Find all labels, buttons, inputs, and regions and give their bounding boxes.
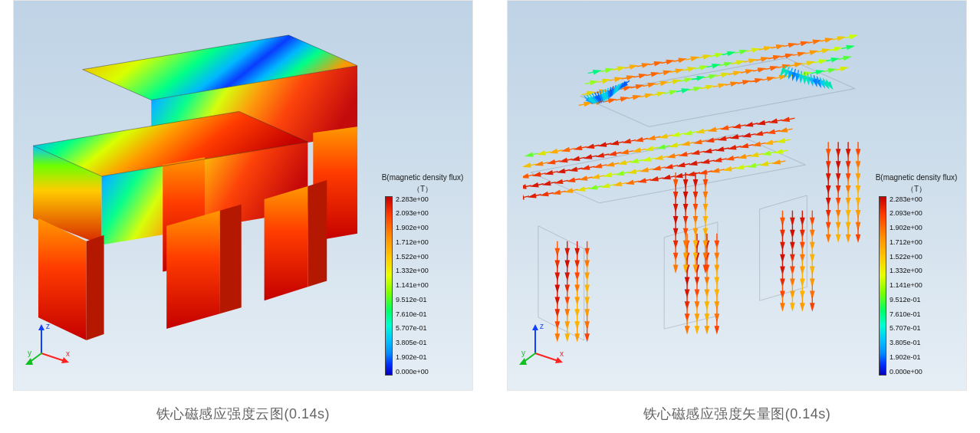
colorbar-tick: 7.610e-01 [890, 311, 922, 318]
colorbar-tick: 1.141e+00 [890, 282, 922, 289]
svg-line-15 [41, 353, 64, 361]
caption-right: 铁心磁感应强度矢量图(0.14s) [643, 405, 831, 423]
colorbar-tick: 5.707e-01 [396, 325, 429, 332]
colorbar-tick: 3.805e-01 [396, 340, 429, 346]
figure-row: z x y B(magnetic density flux) （T） 2.283… [0, 0, 980, 423]
panel-left: z x y B(magnetic density flux) （T） 2.283… [13, 0, 473, 391]
panel-right-wrap: z x y B(magnetic density flux) （T） 2.283… [505, 0, 968, 423]
colorbar-tick: 1.141e+00 [396, 282, 429, 289]
axis-x-label: x [560, 349, 564, 358]
colorbar-tick: 5.707e-01 [890, 325, 922, 332]
axis-y-label: y [521, 349, 525, 357]
colorbar-tick: 3.805e-01 [890, 340, 922, 346]
legend-title: B(magnetic density flux) [874, 173, 959, 182]
colorbar-legend: B(magnetic density flux) （T） 2.283e+002.… [380, 173, 465, 376]
svg-marker-12 [307, 180, 327, 287]
colorbar-tick: 1.332e+00 [396, 267, 429, 274]
colorbar-tick: 1.902e+00 [890, 225, 922, 231]
panel-right: z x y B(magnetic density flux) （T） 2.283… [507, 0, 967, 391]
svg-marker-18 [25, 358, 33, 365]
colorbar-ticks: 2.283e+002.093e+001.902e+001.712e+001.52… [396, 196, 429, 376]
svg-marker-7 [38, 218, 87, 340]
vector-viz [523, 12, 867, 348]
colorbar-tick: 1.712e+00 [396, 239, 429, 246]
colorbar-tick: 9.512e-01 [890, 297, 922, 303]
colorbar-tick: 1.902e-01 [396, 354, 429, 361]
legend-title: B(magnetic density flux) [380, 173, 465, 182]
svg-marker-11 [265, 186, 308, 300]
contour-viz [29, 12, 373, 348]
colorbar-tick: 2.283e+00 [890, 196, 922, 203]
colorbar-tick: 0.000e+00 [396, 369, 429, 376]
legend-unit: （T） [874, 184, 959, 195]
svg-line-21 [535, 353, 558, 361]
colorbar [385, 196, 393, 376]
panel-left-wrap: z x y B(magnetic density flux) （T） 2.283… [12, 0, 475, 423]
legend-unit: （T） [380, 184, 465, 195]
colorbar-tick: 2.093e+00 [890, 210, 922, 217]
svg-marker-9 [166, 211, 220, 329]
colorbar-tick: 7.610e-01 [396, 311, 429, 318]
axis-y-label: y [28, 349, 31, 357]
colorbar-legend: B(magnetic density flux) （T） 2.283e+002.… [874, 173, 959, 376]
colorbar-ticks: 2.283e+002.093e+001.902e+001.712e+001.52… [890, 196, 922, 376]
svg-marker-10 [220, 205, 242, 313]
colorbar-tick: 1.522e+00 [890, 254, 922, 261]
colorbar-tick: 1.902e+00 [396, 225, 429, 231]
colorbar-tick: 2.283e+00 [396, 196, 429, 203]
axis-x-label: x [66, 349, 70, 358]
svg-marker-16 [61, 357, 69, 363]
colorbar-tick: 1.902e-01 [890, 354, 922, 361]
colorbar-tick: 1.332e+00 [890, 267, 922, 274]
colorbar [879, 196, 886, 376]
colorbar-tick: 1.522e+00 [396, 254, 429, 261]
svg-marker-8 [87, 235, 104, 340]
svg-line-23 [523, 353, 535, 362]
colorbar-tick: 0.000e+00 [890, 369, 922, 376]
colorbar-tick: 1.712e+00 [890, 239, 922, 246]
caption-left: 铁心磁感应强度云图(0.14s) [156, 405, 330, 423]
colorbar-tick: 2.093e+00 [396, 210, 429, 217]
svg-marker-24 [519, 358, 527, 365]
svg-line-17 [29, 353, 41, 362]
svg-marker-22 [555, 357, 563, 363]
colorbar-tick: 9.512e-01 [396, 297, 429, 303]
